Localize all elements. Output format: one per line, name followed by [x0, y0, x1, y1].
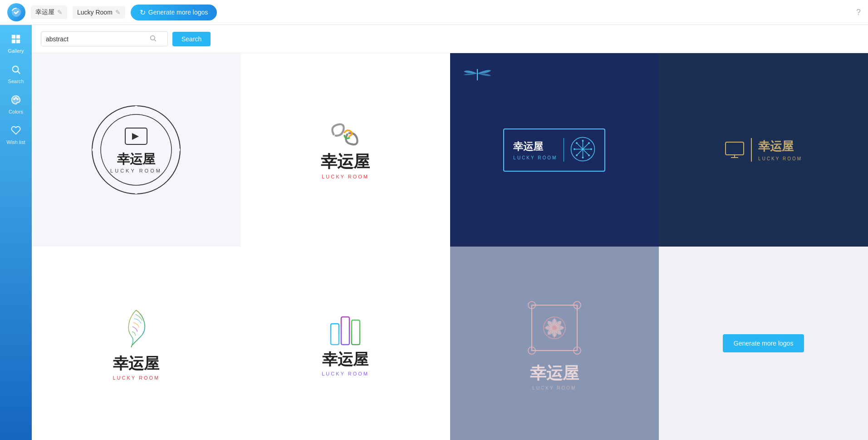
logo-grid: 幸运屋 LUCKY ROOM	[32, 53, 868, 440]
svg-rect-38	[331, 324, 339, 345]
card4-english: LUCKY ROOM	[758, 156, 802, 161]
gallery-icon	[11, 34, 21, 46]
brand-name-input[interactable]: 幸运屋 ✎	[31, 5, 67, 19]
sidebar-item-search[interactable]: Search	[0, 60, 32, 89]
card6-chinese: 幸运屋	[322, 349, 369, 370]
dragonfly-icon	[459, 62, 495, 85]
slogan-text: Lucky Room	[77, 9, 113, 16]
card5-chinese: 幸运屋	[113, 353, 160, 374]
svg-point-12	[101, 114, 172, 185]
svg-rect-3	[16, 40, 20, 43]
flower-square-svg	[523, 296, 586, 360]
brand-edit-icon[interactable]: ✎	[57, 9, 63, 16]
svg-point-7	[15, 97, 17, 99]
sidebar: Gallery Search Colors	[0, 25, 32, 440]
colors-icon	[11, 95, 21, 107]
circle-logo-svg: 幸运屋 LUCKY ROOM	[91, 104, 181, 195]
brand-name-text: 幸运屋	[35, 8, 54, 16]
search-icon	[11, 64, 21, 77]
logo-card-3[interactable]: 幸运屋 LUCKY ROOM	[450, 53, 659, 247]
logo-card-7[interactable]: 幸运屋 LUCKY ROOM	[450, 247, 659, 440]
svg-point-33	[588, 154, 590, 156]
generate-more-button[interactable]: ↻ Generate more logos	[131, 5, 217, 20]
sidebar-wishlist-label: Wish list	[7, 139, 25, 145]
swirl-logo-svg	[325, 121, 366, 148]
card4-chinese: 幸运屋	[758, 138, 802, 154]
card2-english: LUCKY ROOM	[321, 174, 370, 179]
svg-point-9	[151, 36, 155, 40]
logo-card-2[interactable]: 幸运屋 LUCKY ROOM	[241, 53, 450, 247]
snowflake-icon	[570, 137, 595, 162]
svg-point-32	[576, 154, 578, 156]
card6-english: LUCKY ROOM	[322, 371, 369, 376]
sidebar-colors-label: Colors	[9, 109, 23, 114]
heart-icon	[11, 125, 21, 138]
slogan-input[interactable]: Lucky Room ✎	[73, 6, 125, 19]
bar-chart-logo-svg	[327, 310, 363, 346]
topbar: 幸运屋 ✎ Lucky Room ✎ ↻ Generate more logos…	[0, 0, 868, 25]
generate-more-logos-button[interactable]: Generate more logos	[723, 334, 804, 352]
svg-point-8	[17, 99, 18, 100]
help-icon[interactable]: ?	[856, 8, 861, 17]
sidebar-gallery-label: Gallery	[8, 48, 24, 54]
feather-logo-svg	[118, 306, 154, 351]
svg-point-29	[590, 148, 592, 150]
logo-card-5[interactable]: 幸运屋 LUCKY ROOM	[32, 247, 241, 440]
svg-point-4	[13, 66, 19, 72]
svg-point-30	[576, 142, 578, 144]
card2-chinese: 幸运屋	[321, 151, 370, 173]
svg-point-6	[14, 99, 15, 100]
app-logo	[7, 3, 25, 21]
svg-rect-40	[352, 320, 360, 345]
svg-text:幸运屋: 幸运屋	[117, 152, 156, 166]
svg-point-31	[588, 142, 590, 144]
logo-card-generate: Generate more logos	[659, 247, 868, 440]
main-layout: Gallery Search Colors	[0, 25, 868, 440]
svg-rect-0	[12, 35, 15, 39]
svg-point-11	[92, 106, 180, 194]
search-bar: Search	[32, 25, 868, 53]
svg-text:LUCKY ROOM: LUCKY ROOM	[110, 168, 162, 173]
search-input[interactable]	[46, 35, 146, 43]
svg-rect-1	[16, 35, 20, 39]
svg-rect-39	[341, 317, 349, 345]
search-input-wrap[interactable]	[41, 31, 168, 46]
svg-line-5	[18, 71, 20, 74]
sidebar-item-wishlist[interactable]: Wish list	[0, 121, 32, 149]
sidebar-item-gallery[interactable]: Gallery	[0, 30, 32, 58]
card7-chinese: 幸运屋	[530, 362, 579, 385]
sidebar-search-label: Search	[8, 79, 24, 84]
card3-chinese: 幸运屋	[513, 140, 557, 153]
svg-point-28	[574, 148, 575, 150]
svg-point-26	[582, 140, 584, 142]
card7-english: LUCKY ROOM	[530, 386, 579, 391]
svg-marker-18	[132, 133, 139, 140]
svg-line-10	[154, 40, 156, 41]
svg-point-27	[582, 157, 584, 158]
logo-card-4[interactable]: 幸运屋 LUCKY ROOM	[659, 53, 868, 247]
slogan-edit-icon[interactable]: ✎	[115, 9, 121, 16]
refresh-icon: ↻	[140, 8, 146, 17]
svg-point-59	[552, 326, 557, 330]
card5-english: LUCKY ROOM	[113, 375, 160, 381]
search-magnifier-icon[interactable]	[149, 35, 157, 43]
svg-rect-2	[12, 40, 15, 43]
search-button[interactable]: Search	[172, 32, 211, 46]
logo-card-6[interactable]: 幸运屋 LUCKY ROOM	[241, 247, 450, 440]
sidebar-item-colors[interactable]: Colors	[0, 90, 32, 119]
logo-card-1[interactable]: 幸运屋 LUCKY ROOM	[32, 53, 241, 247]
card3-english: LUCKY ROOM	[513, 155, 557, 160]
svg-rect-35	[726, 142, 744, 155]
content-area: Search	[32, 25, 868, 440]
monitor-icon-svg	[725, 141, 745, 158]
